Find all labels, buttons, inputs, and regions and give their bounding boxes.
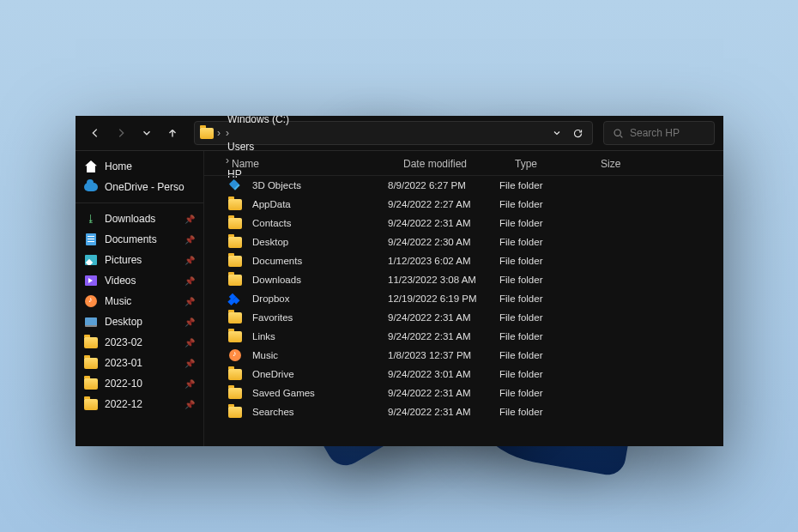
file-row[interactable]: 3D Objects8/9/2022 6:27 PMFile folder	[204, 176, 723, 195]
file-row[interactable]: Saved Games9/24/2022 2:31 AMFile folder	[204, 384, 723, 402]
refresh-button[interactable]	[568, 124, 587, 142]
search-box[interactable]	[603, 121, 715, 145]
file-date: 9/24/2022 2:31 AM	[384, 407, 496, 417]
file-type: File folder	[496, 312, 582, 323]
file-row[interactable]: Dropbox12/19/2022 6:19 PMFile folder	[204, 289, 723, 308]
pin-icon: 📌	[184, 400, 195, 409]
back-button[interactable]	[84, 122, 106, 144]
sidebar-item[interactable]: 2022-10📌	[76, 373, 203, 394]
arrow-right-icon	[114, 126, 128, 140]
cube-icon	[228, 178, 242, 192]
file-row[interactable]: Contacts9/24/2022 2:31 AMFile folder	[204, 214, 723, 233]
sidebar: HomeOneDrive - Perso ⭳Downloads📌Document…	[76, 151, 204, 446]
file-row[interactable]: Desktop9/24/2022 2:30 AMFile folder	[204, 233, 723, 251]
doc-icon	[84, 233, 98, 246]
sidebar-item[interactable]: 2023-01📌	[76, 353, 203, 373]
pin-icon: 📌	[184, 379, 195, 389]
dbx-icon	[228, 292, 242, 305]
pin-icon: 📌	[184, 297, 195, 306]
file-row[interactable]: Favorites9/24/2022 2:31 AMFile folder	[204, 308, 723, 327]
address-dropdown-button[interactable]	[547, 124, 566, 142]
column-type[interactable]: Type	[511, 156, 597, 172]
folder-icon	[228, 311, 242, 324]
pin-icon: 📌	[184, 235, 195, 245]
sidebar-item[interactable]: Home	[76, 156, 203, 177]
file-row[interactable]: Searches9/24/2022 2:31 AMFile folder	[204, 402, 723, 421]
file-type: File folder	[496, 218, 582, 228]
file-type: File folder	[496, 388, 582, 398]
search-icon	[611, 126, 625, 140]
search-input[interactable]	[630, 127, 707, 139]
file-date: 12/19/2022 6:19 PM	[384, 293, 496, 304]
file-date: 9/24/2022 2:31 AM	[384, 218, 496, 228]
sidebar-item-label: 2022-10	[105, 378, 142, 390]
file-name: Downloads	[249, 275, 305, 285]
sidebar-item[interactable]: Desktop📌	[76, 311, 203, 332]
folder-icon	[228, 254, 242, 268]
sidebar-item[interactable]: Music📌	[76, 291, 203, 311]
sidebar-item-label: Music	[105, 295, 131, 307]
recent-locations-button[interactable]	[136, 122, 158, 144]
file-name: Favorites	[249, 312, 296, 323]
sidebar-item[interactable]: OneDrive - Perso	[76, 177, 203, 197]
folder-icon	[228, 197, 242, 211]
file-row[interactable]: Documents1/12/2023 6:02 AMFile folder	[204, 251, 723, 270]
column-date[interactable]: Date modified	[400, 156, 511, 172]
file-date: 9/24/2022 2:31 AM	[384, 331, 496, 342]
sidebar-item[interactable]: 2022-12📌	[76, 394, 203, 414]
sidebar-item-label: 2023-01	[105, 357, 142, 369]
file-row[interactable]: OneDrive9/24/2022 3:01 AMFile folder	[204, 365, 723, 384]
pin-icon: 📌	[184, 359, 195, 368]
cloud-icon	[84, 180, 98, 194]
sidebar-item[interactable]: Videos📌	[76, 270, 203, 291]
sidebar-item-label: Pictures	[105, 254, 142, 266]
vid-icon	[84, 274, 98, 287]
sidebar-item-label: Home	[105, 160, 132, 172]
file-row[interactable]: AppData9/24/2022 2:27 AMFile folder	[204, 195, 723, 214]
file-explorer-window: › This PC›Windows (C:)›Users›HP HomeOneD…	[76, 116, 723, 446]
column-name[interactable]: Name	[228, 156, 400, 172]
folder-icon	[228, 329, 242, 343]
sidebar-separator	[76, 203, 203, 203]
folder-icon	[84, 377, 98, 390]
dsk-icon	[84, 315, 98, 329]
sidebar-item-label: Videos	[105, 275, 136, 287]
file-list: Name Date modified Type Size 3D Objects8…	[204, 151, 723, 446]
pin-icon: 📌	[184, 276, 195, 286]
arrow-left-icon	[88, 126, 102, 140]
folder-icon	[84, 336, 98, 349]
breadcrumb-item[interactable]: Windows (C:)	[224, 116, 293, 127]
file-date: 11/23/2022 3:08 AM	[384, 275, 496, 285]
svg-point-0	[614, 130, 620, 136]
sidebar-item[interactable]: ⭳Downloads📌	[76, 209, 203, 229]
folder-icon	[228, 273, 242, 287]
file-row[interactable]: Music1/8/2023 12:37 PMFile folder	[204, 346, 723, 365]
address-bar[interactable]: › This PC›Windows (C:)›Users›HP	[194, 121, 593, 145]
column-headers: Name Date modified Type Size	[204, 151, 723, 176]
folder-icon	[84, 397, 98, 411]
file-name: Documents	[249, 256, 305, 266]
file-date: 9/24/2022 2:31 AM	[384, 312, 496, 323]
file-type: File folder	[496, 350, 582, 360]
file-type: File folder	[496, 407, 582, 417]
file-type: File folder	[496, 293, 582, 304]
file-name: AppData	[249, 199, 294, 209]
up-button[interactable]	[161, 122, 184, 144]
file-name: Desktop	[249, 237, 292, 247]
file-name: 3D Objects	[249, 180, 305, 190]
pic-icon	[84, 253, 98, 267]
sidebar-item[interactable]: Pictures📌	[76, 250, 203, 270]
column-size[interactable]: Size	[597, 156, 666, 172]
file-type: File folder	[496, 237, 582, 247]
pin-icon: 📌	[184, 338, 195, 348]
file-name: OneDrive	[249, 369, 298, 379]
file-type: File folder	[496, 331, 582, 342]
file-name: Links	[249, 331, 279, 342]
sidebar-item[interactable]: Documents📌	[76, 229, 203, 250]
forward-button[interactable]	[110, 122, 132, 144]
sidebar-item[interactable]: 2023-02📌	[76, 332, 203, 353]
file-row[interactable]: Downloads11/23/2022 3:08 AMFile folder	[204, 270, 723, 289]
sidebar-item-label: 2023-02	[105, 336, 142, 348]
pin-icon: 📌	[184, 215, 195, 224]
file-row[interactable]: Links9/24/2022 2:31 AMFile folder	[204, 327, 723, 346]
